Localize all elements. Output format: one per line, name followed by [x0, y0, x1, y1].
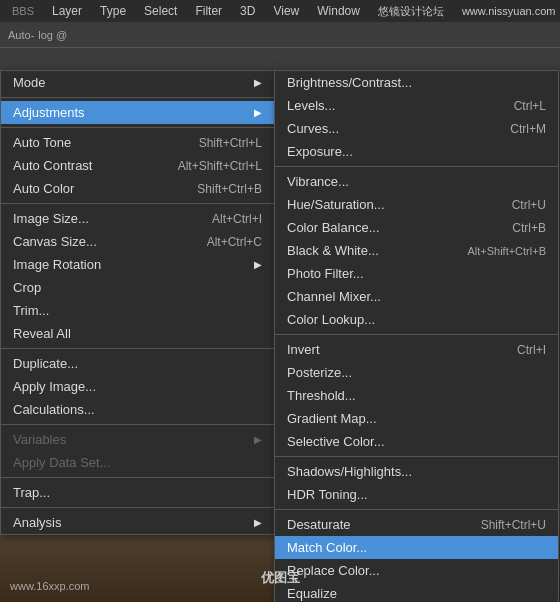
- toolbar: Auto- log @: [0, 22, 560, 48]
- menu-item-3d[interactable]: 3D: [232, 2, 263, 20]
- menu-item-layer[interactable]: Layer: [44, 2, 90, 20]
- separator: [1, 348, 274, 349]
- arrow-icon: ▶: [254, 434, 262, 445]
- menu-exposure[interactable]: Exposure...: [275, 140, 558, 163]
- menu-threshold[interactable]: Threshold...: [275, 384, 558, 407]
- menu-crop[interactable]: Crop: [1, 276, 274, 299]
- menu-item-type[interactable]: Type: [92, 2, 134, 20]
- menu-color-lookup[interactable]: Color Lookup...: [275, 308, 558, 331]
- separator: [1, 477, 274, 478]
- toolbar-log: log @: [38, 29, 67, 41]
- menu-canvas-size[interactable]: Canvas Size... Alt+Ctrl+C: [1, 230, 274, 253]
- menu-auto-tone[interactable]: Auto Tone Shift+Ctrl+L: [1, 131, 274, 154]
- separator: [275, 334, 558, 335]
- menu-gradient-map[interactable]: Gradient Map...: [275, 407, 558, 430]
- menu-item-view[interactable]: View: [265, 2, 307, 20]
- menu-curves[interactable]: Curves... Ctrl+M: [275, 117, 558, 140]
- menu-mode[interactable]: Mode ▶: [1, 71, 274, 94]
- separator: [1, 97, 274, 98]
- menu-item-select[interactable]: Select: [136, 2, 185, 20]
- arrow-icon: ▶: [254, 77, 262, 88]
- watermark-left-text: www.16xxp.com: [10, 580, 89, 592]
- menu-hue-saturation[interactable]: Hue/Saturation... Ctrl+U: [275, 193, 558, 216]
- menu-replace-color[interactable]: Replace Color...: [275, 559, 558, 582]
- separator: [275, 166, 558, 167]
- menu-match-color[interactable]: Match Color...: [275, 536, 558, 559]
- menu-bar-logo: BBS: [4, 3, 42, 19]
- toolbar-label: Auto-: [8, 29, 34, 41]
- menu-shadows-highlights[interactable]: Shadows/Highlights...: [275, 460, 558, 483]
- menu-bar: BBS Layer Type Select Filter 3D View Win…: [0, 0, 560, 22]
- menu-image-size[interactable]: Image Size... Alt+Ctrl+I: [1, 207, 274, 230]
- menu-desaturate[interactable]: Desaturate Shift+Ctrl+U: [275, 513, 558, 536]
- separator: [1, 507, 274, 508]
- menu-variables: Variables ▶: [1, 428, 274, 451]
- menu-image-rotation[interactable]: Image Rotation ▶: [1, 253, 274, 276]
- arrow-icon: ▶: [254, 107, 262, 118]
- left-menu: Mode ▶ Adjustments ▶ Auto Tone Shift+Ctr…: [0, 70, 275, 535]
- menu-trap[interactable]: Trap...: [1, 481, 274, 504]
- menu-channel-mixer[interactable]: Channel Mixer...: [275, 285, 558, 308]
- menu-item-window[interactable]: Window: [309, 2, 368, 20]
- menu-posterize[interactable]: Posterize...: [275, 361, 558, 384]
- menu-vibrance[interactable]: Vibrance...: [275, 170, 558, 193]
- menu-levels[interactable]: Levels... Ctrl+L: [275, 94, 558, 117]
- menu-equalize[interactable]: Equalize: [275, 582, 558, 602]
- menu-auto-color[interactable]: Auto Color Shift+Ctrl+B: [1, 177, 274, 200]
- separator: [1, 424, 274, 425]
- menu-auto-contrast[interactable]: Auto Contrast Alt+Shift+Ctrl+L: [1, 154, 274, 177]
- right-menu-adjustments: Brightness/Contrast... Levels... Ctrl+L …: [274, 70, 559, 602]
- menu-brightness-contrast[interactable]: Brightness/Contrast...: [275, 71, 558, 94]
- separator: [275, 509, 558, 510]
- menu-color-balance[interactable]: Color Balance... Ctrl+B: [275, 216, 558, 239]
- separator: [1, 203, 274, 204]
- menu-apply-data-set: Apply Data Set...: [1, 451, 274, 474]
- menu-trim[interactable]: Trim...: [1, 299, 274, 322]
- menu-invert[interactable]: Invert Ctrl+I: [275, 338, 558, 361]
- menu-apply-image[interactable]: Apply Image...: [1, 375, 274, 398]
- menu-black-white[interactable]: Black & White... Alt+Shift+Ctrl+B: [275, 239, 558, 262]
- menu-hdr-toning[interactable]: HDR Toning...: [275, 483, 558, 506]
- menu-reveal-all[interactable]: Reveal All: [1, 322, 274, 345]
- arrow-icon: ▶: [254, 259, 262, 270]
- separator: [1, 127, 274, 128]
- menu-adjustments[interactable]: Adjustments ▶: [1, 101, 274, 124]
- separator: [275, 456, 558, 457]
- menu-selective-color[interactable]: Selective Color...: [275, 430, 558, 453]
- arrow-icon: ▶: [254, 517, 262, 528]
- menu-duplicate[interactable]: Duplicate...: [1, 352, 274, 375]
- menu-photo-filter[interactable]: Photo Filter...: [275, 262, 558, 285]
- menu-calculations[interactable]: Calculations...: [1, 398, 274, 421]
- menu-item-nissyuan[interactable]: www.nissyuan.com: [454, 3, 560, 19]
- menu-item-youjing[interactable]: 悠镜设计论坛: [370, 2, 452, 21]
- brand-text: 优图宝: [261, 569, 300, 587]
- menu-item-filter[interactable]: Filter: [187, 2, 230, 20]
- menu-analysis[interactable]: Analysis ▶: [1, 511, 274, 534]
